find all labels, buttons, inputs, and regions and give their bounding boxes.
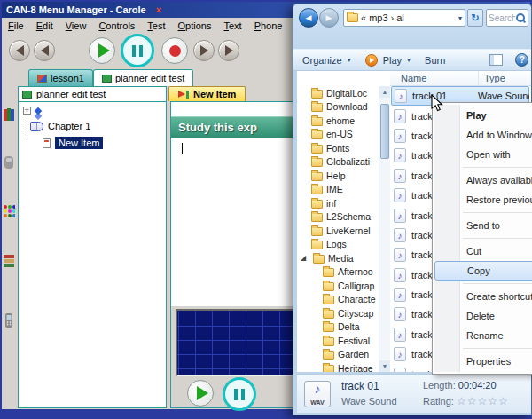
nav-folder[interactable]: Globalizati (299, 155, 379, 170)
expand-plus-icon[interactable]: + (23, 107, 31, 115)
speaker-icon[interactable] (3, 154, 15, 172)
folder-icon (311, 90, 323, 99)
context-menu-item-open-with[interactable]: Open with (434, 145, 532, 164)
folder-icon (323, 296, 334, 304)
nav-folder[interactable]: Afternoo (299, 265, 379, 280)
item-page-icon (43, 138, 51, 148)
nav-folder[interactable]: Download (299, 100, 379, 115)
back-button[interactable]: ◀ (299, 8, 318, 28)
audio-play-button[interactable] (187, 380, 214, 407)
nav-folder[interactable]: ehome (299, 114, 379, 128)
burn-button[interactable]: Burn (425, 55, 445, 66)
context-menu-item-always-available[interactable]: Always available (434, 170, 532, 190)
status-rating: Rating: ☆☆☆☆☆ (423, 395, 509, 407)
tab-planner-edit-test[interactable]: planner edit test (93, 69, 193, 86)
play-toolbar-button[interactable]: Play (383, 55, 402, 66)
music-note-icon: ♪ (394, 109, 406, 123)
nav-folder-media[interactable]: ◢Media (299, 251, 379, 265)
tree-pane-header[interactable]: planner edit test (18, 86, 167, 101)
breadcrumb-collapsed[interactable]: « (361, 12, 366, 23)
nav-folder[interactable]: inf (299, 196, 379, 210)
nav-folder[interactable]: Delta (299, 320, 379, 335)
scrollbar-thumb[interactable] (380, 104, 389, 159)
menu-controls[interactable]: Controls (92, 20, 141, 32)
views-icon[interactable] (489, 54, 503, 66)
nav-folder[interactable]: DigitalLoc (299, 86, 379, 100)
folder-icon (311, 186, 323, 194)
search-icon[interactable] (515, 12, 526, 23)
address-bar[interactable]: « mp3 › al ▾ (343, 9, 466, 27)
right-arrow-icon (225, 45, 233, 56)
organize-button[interactable]: Organize (302, 55, 342, 66)
context-menu-item-play[interactable]: Play (434, 106, 532, 125)
help-icon[interactable]: ? (515, 53, 528, 67)
pause-button[interactable] (121, 34, 154, 67)
context-menu-item-restore-previous[interactable]: Restore previous (434, 190, 532, 210)
chevron-down-icon[interactable]: ▾ (348, 56, 351, 64)
audio-pause-button[interactable] (223, 377, 256, 411)
nav-folder[interactable]: Calligrap (299, 279, 379, 293)
menu-phone[interactable]: Phone (248, 20, 289, 32)
nav-folder[interactable]: Logs (299, 238, 379, 252)
search-box[interactable] (486, 9, 528, 27)
nav-scrollbar[interactable]: ▲ ▼ (379, 86, 390, 372)
search-input[interactable] (489, 13, 515, 23)
menu-text[interactable]: Text (217, 20, 247, 32)
menu-options[interactable]: Options (172, 20, 218, 32)
scroll-up-icon[interactable]: ▲ (379, 86, 390, 98)
refresh-button[interactable]: ↻ (467, 9, 483, 27)
next-button[interactable] (193, 40, 215, 61)
context-menu-item-properties[interactable]: Properties (434, 352, 532, 371)
previous-button[interactable] (34, 40, 55, 61)
tree-root-node[interactable]: + (23, 107, 45, 115)
breadcrumb-folder[interactable]: mp3 (369, 12, 387, 23)
column-name[interactable]: Name (390, 71, 479, 86)
color-grid-icon[interactable] (3, 204, 15, 220)
lesson-tree: + Chapter 1 New Item (18, 101, 167, 408)
menu-file[interactable]: File (2, 20, 30, 32)
nav-folder[interactable]: Characte (299, 293, 379, 307)
column-type[interactable]: Type (479, 73, 505, 83)
music-note-icon: ♪ (394, 228, 406, 242)
context-menu-item-delete[interactable]: Delete (434, 306, 532, 326)
context-menu-item-send-to[interactable]: Send to (434, 216, 532, 235)
nav-folder[interactable]: Festival (299, 334, 379, 348)
nav-folder[interactable]: Fonts (299, 141, 379, 155)
nav-folder[interactable]: Heritage (299, 361, 379, 372)
menu-edit[interactable]: Edit (30, 20, 59, 32)
nav-folder[interactable]: Cityscap (299, 306, 379, 320)
forward-button[interactable] (218, 40, 239, 61)
breadcrumb-subfolder[interactable]: al (396, 12, 404, 23)
rating-stars-icon[interactable]: ☆☆☆☆☆ (457, 395, 509, 407)
nav-folder[interactable]: LiveKernel (299, 224, 379, 238)
nav-folder[interactable]: Help (299, 169, 379, 183)
scroll-down-icon[interactable]: ▼ (379, 360, 390, 372)
folder-icon (311, 103, 323, 112)
menu-test[interactable]: Test (141, 20, 171, 32)
address-dropdown-icon[interactable]: ▾ (458, 14, 462, 22)
tab-new-item[interactable]: New Item (168, 86, 246, 101)
context-menu-item-copy[interactable]: Copy (434, 261, 532, 281)
nav-folder[interactable]: Garden (299, 348, 379, 362)
expander-expanded-icon[interactable]: ◢ (301, 254, 309, 262)
rewind-button[interactable] (9, 40, 30, 61)
nav-folder[interactable]: L2Schema (299, 210, 379, 225)
context-menu-item-add-to-wmp[interactable]: Add to Window (434, 125, 532, 145)
record-button[interactable] (161, 37, 188, 64)
nav-folder[interactable]: en-US (299, 128, 379, 142)
play-button[interactable] (89, 37, 115, 64)
phone-icon[interactable] (3, 312, 15, 330)
chevron-down-icon[interactable]: ▾ (407, 56, 411, 64)
tab-lesson1[interactable]: lesson1 (28, 69, 93, 86)
menu-view[interactable]: View (59, 20, 93, 32)
book-stack-icon[interactable] (3, 254, 15, 270)
forward-button[interactable]: ▶ (319, 8, 339, 28)
context-menu-item-cut[interactable]: Cut (434, 241, 532, 261)
context-menu-item-rename[interactable]: Rename (434, 326, 532, 345)
books-icon[interactable] (3, 107, 15, 124)
context-menu-item-create-shortcut[interactable]: Create shortcut (434, 287, 532, 306)
close-icon[interactable]: × (156, 4, 161, 15)
tree-new-item-node[interactable]: New Item (43, 137, 103, 149)
nav-folder[interactable]: IME (299, 183, 379, 197)
tree-chapter-node[interactable]: Chapter 1 (30, 121, 90, 131)
